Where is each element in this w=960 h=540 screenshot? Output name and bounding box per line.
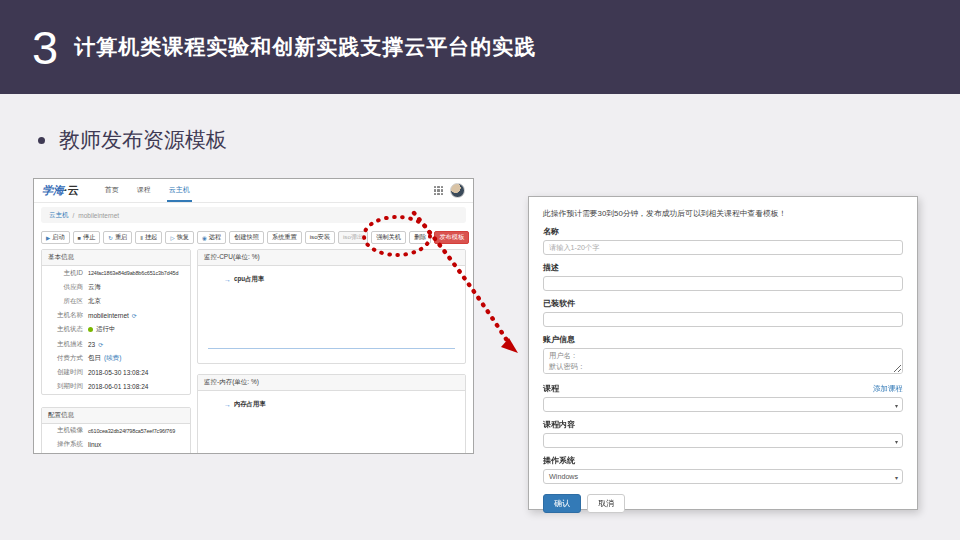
- description-input[interactable]: [543, 276, 903, 291]
- info-row-created-time: 创建时间 2018-05-30 13:08:24: [42, 365, 190, 379]
- chevron-down-icon: ▾: [895, 437, 898, 444]
- config-info-title: 配置信息: [42, 408, 190, 424]
- installed-software-label: 已装软件: [543, 298, 903, 309]
- info-row-provider: 供应商 云海: [42, 280, 190, 294]
- breadcrumb-root[interactable]: 云主机: [49, 211, 69, 220]
- monitor-column: 监控-CPU(单位: %) → cpu占用率 监控-内存(单位: %) → 内存…: [197, 249, 466, 454]
- description-label: 描述: [543, 262, 903, 273]
- name-label: 名称: [543, 226, 903, 237]
- refresh-icon[interactable]: ⟳: [98, 341, 103, 348]
- toolbar-button-resume[interactable]: ▷恢复: [165, 231, 194, 244]
- play-icon: ▶: [46, 235, 50, 241]
- bullet-row: 教师发布资源模板: [38, 126, 227, 154]
- info-row-billing: 付费方式 包日 (续费): [42, 351, 190, 365]
- console-content: 基本信息 主机ID 124fac1863e84d9ab8b6c651c3b7d4…: [41, 249, 466, 454]
- bullet-dot: [38, 137, 45, 144]
- remote-icon: ◉: [202, 235, 207, 241]
- os-label: 操作系统: [543, 455, 903, 466]
- dialog-notice: 此操作预计需要30到50分钟，发布成功后可以到相关课程中查看模板！: [543, 208, 903, 219]
- bullet-text: 教师发布资源模板: [59, 126, 227, 154]
- xuehai-cloud-logo[interactable]: 学海·云: [42, 183, 79, 198]
- status-dot-running: [88, 327, 93, 332]
- navbar-right: [434, 179, 465, 202]
- basic-info-panel: 基本信息 主机ID 124fac1863e84d9ab8b6c651c3b7d4…: [41, 249, 191, 395]
- name-input[interactable]: [543, 240, 903, 255]
- info-row-expire-time: 到期时间 2018-06-01 13:08:24: [42, 380, 190, 394]
- arrowhead: [501, 338, 518, 353]
- toolbar-button-iso-eject[interactable]: iso弹出: [338, 231, 368, 244]
- nav-item-courses[interactable]: 课程: [135, 179, 153, 202]
- cpu-monitor-panel: 监控-CPU(单位: %) → cpu占用率: [197, 249, 466, 364]
- memory-chart-title: 监控-内存(单位: %): [198, 375, 465, 391]
- info-row-os: 操作系统 linux: [42, 438, 190, 452]
- info-row-host-status: 主机状态 运行中: [42, 323, 190, 337]
- toolbar-button-force-shutdown[interactable]: 强制关机: [371, 231, 406, 244]
- slide-number: 3: [32, 24, 58, 71]
- config-info-panel: 配置信息 主机镜像 c610cea32db24f798ca57eef7c96f7…: [41, 407, 191, 454]
- breadcrumb-separator: /: [73, 212, 75, 219]
- info-row-region: 所在区 北京: [42, 294, 190, 308]
- toolbar-button-create-snapshot[interactable]: 创建快照: [229, 231, 264, 244]
- course-content-select[interactable]: ▾: [543, 433, 903, 448]
- cancel-button[interactable]: 取消: [587, 494, 625, 513]
- account-info-textarea[interactable]: 用户名： 默认密码：: [543, 348, 903, 374]
- toolbar-button-system-reset[interactable]: 系统重置: [267, 231, 302, 244]
- slide-title: 计算机类课程实验和创新实践支撑云平台的实践: [74, 33, 536, 61]
- toolbar-button-publish-template[interactable]: 发布模板: [434, 231, 469, 244]
- publish-template-dialog: 此操作预计需要30到50分钟，发布成功后可以到相关课程中查看模板！ 名称 描述 …: [528, 196, 918, 510]
- info-row-host-id: 主机ID 124fac1863e84d9ab8b6c651c3b7d45d: [42, 266, 190, 280]
- course-label: 课程: [543, 383, 559, 394]
- course-content-label: 课程内容: [543, 419, 903, 430]
- console-nav-items: 首页 课程 云主机: [103, 179, 192, 202]
- os-select-value: Windows: [549, 472, 578, 481]
- stop-icon: ■: [78, 235, 81, 241]
- breadcrumb-current: mobileinternet: [78, 212, 119, 219]
- toolbar-button-delete[interactable]: 删除: [409, 231, 431, 244]
- chevron-down-icon: ▾: [895, 401, 898, 408]
- legend-line-icon: →: [224, 401, 231, 408]
- add-course-link[interactable]: 添加课程: [873, 384, 903, 394]
- basic-info-title: 基本信息: [42, 250, 190, 266]
- vm-toolbar: ▶启动 ■停止 ↻重启 Ⅱ挂起 ▷恢复 ◉远程 创建快照 系统重置 iso安装 …: [41, 231, 466, 244]
- nav-item-home[interactable]: 首页: [103, 179, 121, 202]
- apps-grid-icon[interactable]: [434, 186, 443, 195]
- toolbar-button-start[interactable]: ▶启动: [41, 231, 70, 244]
- legend-line-icon: →: [224, 276, 231, 283]
- nav-item-cloud-host[interactable]: 云主机: [167, 179, 192, 202]
- toolbar-button-suspend[interactable]: Ⅱ挂起: [135, 231, 162, 244]
- info-row-host-name: 主机名称 mobileinternet ⟳: [42, 309, 190, 323]
- restart-icon: ↻: [108, 235, 113, 241]
- memory-chart-legend[interactable]: → 内存占用率: [224, 400, 465, 409]
- info-row-host-desc: 主机描述 23 ⟳: [42, 337, 190, 351]
- account-info-label: 账户信息: [543, 334, 903, 345]
- info-row-host-image: 主机镜像 c610cea32db24f798ca57eef7c96f769: [42, 424, 190, 438]
- cpu-usage-line: [208, 348, 455, 349]
- info-row-host-spec: 主机规格 主机规格: [42, 452, 190, 454]
- cpu-chart-title: 监控-CPU(单位: %): [198, 250, 465, 266]
- info-column: 基本信息 主机ID 124fac1863e84d9ab8b6c651c3b7d4…: [41, 249, 191, 454]
- toolbar-button-stop[interactable]: ■停止: [73, 231, 101, 244]
- resume-icon: ▷: [170, 235, 174, 241]
- toolbar-button-remote[interactable]: ◉远程: [197, 231, 226, 244]
- toolbar-button-restart[interactable]: ↻重启: [103, 231, 132, 244]
- pause-icon: Ⅱ: [140, 235, 143, 241]
- renew-link[interactable]: (续费): [104, 354, 121, 363]
- course-label-row: 课程 添加课程: [543, 383, 903, 394]
- installed-software-input[interactable]: [543, 312, 903, 327]
- slide-header: 3 计算机类课程实验和创新实践支撑云平台的实践: [0, 0, 960, 94]
- dialog-buttons: 确认 取消: [543, 494, 903, 513]
- breadcrumb: 云主机 / mobileinternet: [41, 207, 466, 223]
- memory-monitor-panel: 监控-内存(单位: %) → 内存占用率: [197, 374, 466, 454]
- toolbar-button-iso-install[interactable]: iso安装: [305, 231, 335, 244]
- course-select[interactable]: ▾: [543, 397, 903, 412]
- confirm-button[interactable]: 确认: [543, 494, 581, 513]
- os-select[interactable]: Windows ▾: [543, 469, 903, 484]
- refresh-icon[interactable]: ⟳: [132, 312, 137, 319]
- console-navbar: 学海·云 首页 课程 云主机: [34, 179, 473, 203]
- cpu-chart-legend[interactable]: → cpu占用率: [224, 275, 465, 284]
- cloud-console-screenshot: 学海·云 首页 课程 云主机 云主机 / mobileinternet ▶启动 …: [33, 178, 474, 454]
- user-avatar[interactable]: [450, 183, 465, 198]
- chevron-down-icon: ▾: [895, 473, 898, 480]
